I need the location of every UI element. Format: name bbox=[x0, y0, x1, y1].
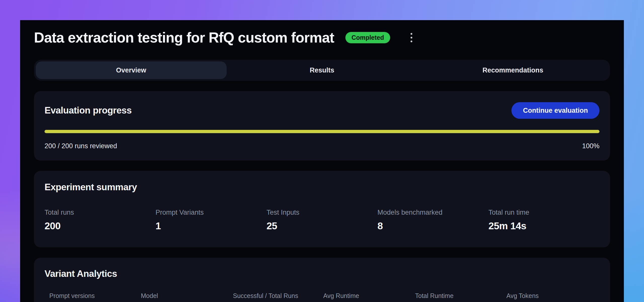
page-title: Data extraction testing for RfQ custom f… bbox=[34, 30, 334, 46]
evaluation-progress-card: Evaluation progress Continue evaluation … bbox=[34, 91, 610, 161]
stat-label: Prompt Variants bbox=[155, 209, 266, 216]
stat-value: 25 bbox=[266, 220, 377, 232]
stat-models-benchmarked: Models benchmarked 8 bbox=[378, 209, 489, 232]
stat-total-runs: Total runs 200 bbox=[45, 209, 155, 232]
tab-results[interactable]: Results bbox=[227, 61, 418, 79]
variant-analytics-title: Variant Analytics bbox=[45, 258, 599, 279]
column-header-successful-total-runs: Successful / Total Runs bbox=[233, 292, 323, 299]
stat-prompt-variants: Prompt Variants 1 bbox=[155, 209, 266, 232]
status-badge: Completed bbox=[345, 32, 390, 43]
stat-label: Test Inputs bbox=[266, 209, 377, 216]
stat-test-inputs: Test Inputs 25 bbox=[266, 209, 377, 232]
stat-value: 8 bbox=[378, 220, 489, 232]
variant-analytics-table-header: Prompt versions Model Successful / Total… bbox=[45, 292, 599, 299]
stat-value: 1 bbox=[155, 220, 266, 232]
kebab-menu-icon[interactable] bbox=[409, 31, 414, 44]
stat-total-run-time: Total run time 25m 14s bbox=[489, 209, 599, 232]
progress-percent-label: 100% bbox=[582, 142, 599, 150]
progress-bar-fill bbox=[45, 130, 599, 133]
content-area: Data extraction testing for RfQ custom f… bbox=[20, 28, 624, 302]
progress-labels: 200 / 200 runs reviewed 100% bbox=[45, 142, 599, 150]
experiment-summary-stats: Total runs 200 Prompt Variants 1 Test In… bbox=[45, 209, 599, 232]
evaluation-progress-header: Evaluation progress Continue evaluation bbox=[45, 91, 599, 119]
stat-value: 200 bbox=[45, 220, 155, 232]
stat-value: 25m 14s bbox=[489, 220, 599, 232]
stat-label: Total run time bbox=[489, 209, 599, 216]
column-header-prompt-versions: Prompt versions bbox=[49, 292, 141, 299]
tab-recommendations[interactable]: Recommendations bbox=[417, 61, 608, 79]
experiment-summary-card: Experiment summary Total runs 200 Prompt… bbox=[34, 171, 610, 247]
variant-analytics-card: Variant Analytics Prompt versions Model … bbox=[34, 258, 610, 302]
progress-bar bbox=[45, 130, 599, 133]
column-header-avg-runtime: Avg Runtime bbox=[323, 292, 415, 299]
tab-overview[interactable]: Overview bbox=[36, 61, 227, 79]
stat-label: Total runs bbox=[45, 209, 155, 216]
continue-evaluation-button[interactable]: Continue evaluation bbox=[511, 102, 599, 119]
stat-label: Models benchmarked bbox=[378, 209, 489, 216]
tab-bar: Overview Results Recommendations bbox=[34, 60, 610, 81]
column-header-total-runtime: Total Runtime bbox=[415, 292, 506, 299]
evaluation-progress-title: Evaluation progress bbox=[45, 105, 132, 116]
page-header: Data extraction testing for RfQ custom f… bbox=[34, 28, 610, 47]
column-header-model: Model bbox=[141, 292, 233, 299]
app-window: Data extraction testing for RfQ custom f… bbox=[20, 20, 624, 302]
experiment-summary-title: Experiment summary bbox=[45, 171, 599, 193]
column-header-avg-tokens: Avg Tokens bbox=[506, 292, 599, 299]
runs-reviewed-label: 200 / 200 runs reviewed bbox=[45, 142, 117, 150]
